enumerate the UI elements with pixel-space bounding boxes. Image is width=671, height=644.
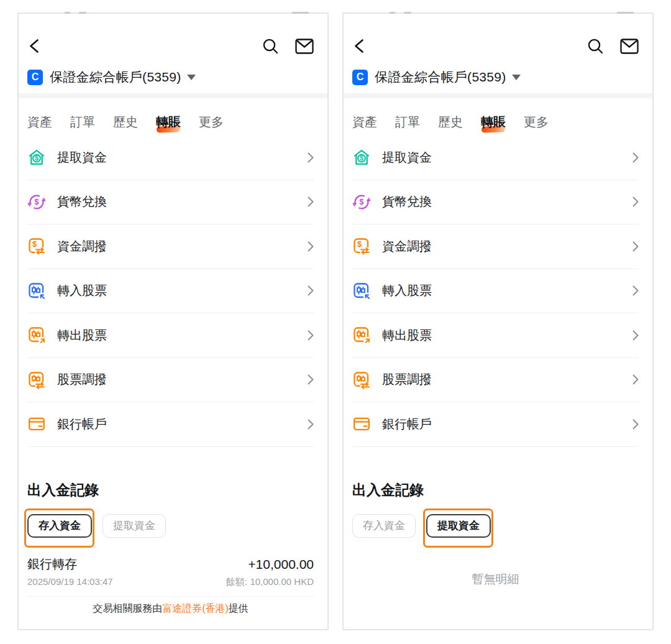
menu-item-label: 銀行帳戶 bbox=[382, 416, 632, 433]
withdraw-filter-label: 提取資金 bbox=[437, 518, 480, 533]
section-divider-band bbox=[19, 93, 327, 98]
service-footer-prefix: 交易相關服務由 bbox=[93, 603, 162, 614]
back-chevron-icon bbox=[27, 38, 43, 54]
withdraw-filter-button[interactable]: 提取資金 bbox=[103, 514, 166, 538]
account-selector[interactable]: C 保證金綜合帳戶(5359) bbox=[27, 68, 314, 86]
chevron-right-icon bbox=[308, 374, 314, 385]
status-bar-remnant bbox=[617, 12, 634, 14]
menu-item-funds-transfer[interactable]: $ 資金調撥 bbox=[27, 224, 314, 269]
account-name: 保證金綜合帳戶(5359) bbox=[375, 68, 506, 86]
menu-item-bank-account[interactable]: 銀行帳戶 bbox=[27, 402, 314, 447]
account-selector[interactable]: C 保證金綜合帳戶(5359) bbox=[352, 68, 639, 86]
menu-item-label: 資金調撥 bbox=[382, 238, 632, 255]
caret-down-icon bbox=[512, 75, 521, 80]
back-button[interactable] bbox=[352, 38, 368, 54]
tab-assets[interactable]: 資產 bbox=[27, 114, 52, 136]
transfer-menu: $ 提取資金 $ 貨幣兌換 $ bbox=[352, 136, 639, 447]
menu-item-label: 股票調撥 bbox=[382, 371, 632, 388]
tab-orders[interactable]: 訂單 bbox=[70, 114, 95, 136]
account-name: 保證金綜合帳戶(5359) bbox=[50, 68, 181, 86]
menu-item-withdraw-funds[interactable]: $ 提取資金 bbox=[27, 136, 314, 180]
tab-bar: 資產 訂單 歷史 轉賬 更多 bbox=[27, 114, 314, 136]
mail-icon bbox=[295, 39, 314, 54]
chevron-right-icon bbox=[632, 374, 639, 385]
section-divider-band bbox=[344, 93, 652, 98]
funds-transfer-icon: $ bbox=[352, 237, 371, 255]
menu-item-label: 資金調撥 bbox=[57, 238, 308, 255]
stock-reallocate-icon bbox=[27, 370, 46, 389]
deposit-filter-label: 存入資金 bbox=[363, 518, 405, 533]
chevron-right-icon bbox=[308, 419, 314, 430]
chevron-right-icon bbox=[632, 241, 639, 252]
records-title: 出入金記錄 bbox=[352, 481, 639, 499]
status-bar-remnant bbox=[390, 12, 395, 14]
menu-item-stock-in[interactable]: 轉入股票 bbox=[27, 269, 314, 314]
svg-text:$: $ bbox=[360, 155, 363, 162]
tab-more[interactable]: 更多 bbox=[199, 114, 224, 136]
stock-reallocate-icon bbox=[352, 370, 371, 389]
tab-history[interactable]: 歷史 bbox=[113, 114, 138, 136]
chevron-right-icon bbox=[632, 285, 639, 296]
tab-transfer[interactable]: 轉賬 bbox=[481, 114, 506, 136]
menu-item-label: 股票調撥 bbox=[57, 371, 308, 388]
bank-card-icon bbox=[27, 415, 46, 433]
menu-item-currency-exchange[interactable]: $ 貨幣兌換 bbox=[27, 180, 314, 225]
transaction-row[interactable]: 銀行轉存 2025/09/19 14:03:47 +10,000.00 餘額: … bbox=[27, 556, 314, 587]
menu-item-stock-in[interactable]: 轉入股票 bbox=[352, 269, 639, 314]
mail-button[interactable] bbox=[620, 39, 639, 54]
menu-item-stock-transfer[interactable]: 股票調撥 bbox=[27, 358, 314, 403]
menu-item-label: 貨幣兌換 bbox=[382, 193, 632, 210]
menu-item-label: 轉出股票 bbox=[382, 327, 632, 344]
menu-item-withdraw-funds[interactable]: $ 提取資金 bbox=[352, 136, 639, 180]
tab-transfer[interactable]: 轉賬 bbox=[156, 114, 181, 136]
withdraw-funds-icon: $ bbox=[27, 148, 46, 167]
menu-item-label: 貨幣兌換 bbox=[57, 193, 308, 210]
svg-text:$: $ bbox=[35, 155, 39, 162]
status-bar-remnant bbox=[79, 12, 86, 14]
menu-item-label: 提取資金 bbox=[382, 149, 632, 166]
menu-item-label: 轉入股票 bbox=[382, 282, 632, 299]
menu-item-currency-exchange[interactable]: $ 貨幣兌換 bbox=[352, 180, 639, 225]
mail-button[interactable] bbox=[295, 39, 314, 54]
tab-more[interactable]: 更多 bbox=[524, 114, 549, 136]
status-bar-remnant bbox=[292, 12, 309, 14]
search-icon bbox=[262, 37, 279, 55]
chevron-right-icon bbox=[308, 152, 314, 163]
deposit-filter-button[interactable]: 存入資金 bbox=[352, 514, 416, 538]
status-bar-remnant bbox=[404, 12, 411, 14]
menu-item-bank-account[interactable]: 銀行帳戶 bbox=[352, 402, 639, 447]
search-button[interactable] bbox=[587, 37, 604, 55]
futu-securities-link[interactable]: 富途證券(香港) bbox=[162, 603, 229, 614]
mail-icon bbox=[620, 39, 639, 54]
stock-transfer-out-icon bbox=[27, 326, 46, 344]
withdraw-filter-label: 提取資金 bbox=[113, 518, 155, 533]
menu-item-label: 銀行帳戶 bbox=[57, 416, 308, 433]
service-footer-suffix: 提供 bbox=[229, 603, 249, 614]
stock-transfer-in-icon bbox=[27, 282, 46, 300]
panel-right: C 保證金綜合帳戶(5359) 資產 訂單 歷史 轉賬 更多 $ 提取資金 bbox=[342, 12, 654, 630]
menu-item-stock-out[interactable]: 轉出股票 bbox=[27, 313, 314, 358]
withdraw-filter-button[interactable]: 提取資金 bbox=[426, 514, 491, 538]
menu-item-funds-transfer[interactable]: $ 資金調撥 bbox=[352, 224, 639, 269]
currency-exchange-icon: $ bbox=[27, 193, 46, 211]
svg-text:$: $ bbox=[32, 239, 37, 249]
svg-text:$: $ bbox=[357, 239, 362, 249]
record-filter-group: 存入資金 提取資金 bbox=[352, 514, 639, 538]
tab-assets[interactable]: 資產 bbox=[352, 114, 377, 136]
status-bar-remnant bbox=[65, 12, 70, 14]
svg-text:$: $ bbox=[35, 198, 39, 206]
tab-history[interactable]: 歷史 bbox=[438, 114, 463, 136]
transaction-name: 銀行轉存 bbox=[27, 556, 113, 572]
back-button[interactable] bbox=[27, 38, 43, 54]
menu-item-stock-out[interactable]: 轉出股票 bbox=[352, 313, 639, 358]
withdraw-funds-icon: $ bbox=[352, 148, 371, 167]
deposit-filter-button[interactable]: 存入資金 bbox=[27, 514, 92, 538]
search-button[interactable] bbox=[262, 37, 279, 55]
chevron-right-icon bbox=[632, 330, 639, 341]
tab-orders[interactable]: 訂單 bbox=[395, 114, 420, 136]
account-logo: C bbox=[27, 70, 43, 85]
chevron-right-icon bbox=[308, 285, 314, 296]
menu-item-stock-transfer[interactable]: 股票調撥 bbox=[352, 358, 639, 403]
chevron-right-icon bbox=[308, 241, 314, 252]
chevron-right-icon bbox=[632, 419, 639, 430]
